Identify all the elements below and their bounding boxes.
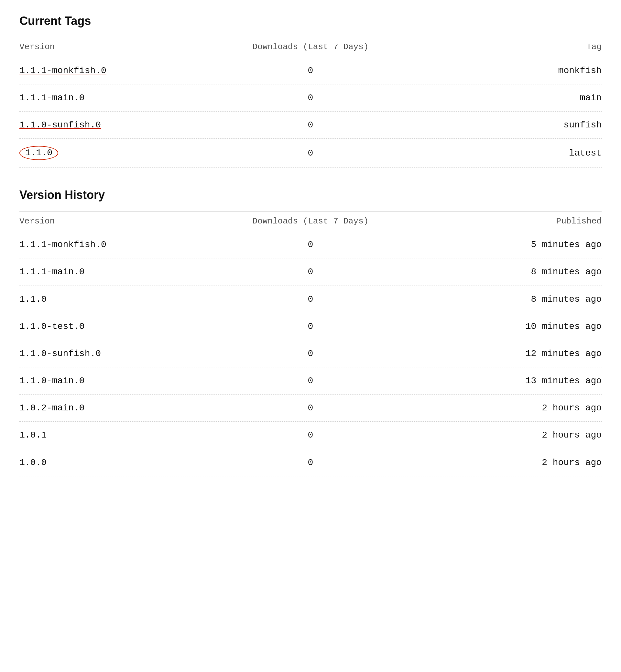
version-cell[interactable]: 1.1.1-monkfish.0 (19, 65, 213, 77)
current-tags-section: Current Tags Version Downloads (Last 7 D… (19, 13, 602, 168)
published-cell: 13 minutes ago (408, 375, 602, 387)
version-cell[interactable]: 1.1.0-main.0 (19, 375, 213, 387)
published-cell: 8 minutes ago (408, 293, 602, 306)
version-cell[interactable]: 1.1.1-monkfish.0 (19, 238, 213, 251)
table-row: 1.1.0-main.0 0 13 minutes ago (19, 367, 602, 394)
published-cell: 2 hours ago (408, 402, 602, 414)
table-row: 1.0.1 0 2 hours ago (19, 422, 602, 449)
version-cell[interactable]: 1.1.0-test.0 (19, 320, 213, 333)
table-row: 1.1.0-sunfish.0 0 sunfish (19, 112, 602, 139)
version-history-table: Version Downloads (Last 7 Days) Publishe… (19, 211, 602, 476)
tag-cell: sunfish (408, 119, 602, 131)
version-cell[interactable]: 1.0.2-main.0 (19, 402, 213, 414)
table-row: 1.1.1-main.0 0 main (19, 84, 602, 112)
version-link[interactable]: 1.1.0-sunfish.0 (19, 120, 101, 130)
tag-cell: latest (408, 147, 602, 159)
downloads-cell: 0 (213, 320, 408, 333)
tag-cell: monkfish (408, 65, 602, 77)
version-cell[interactable]: 1.1.1-main.0 (19, 265, 213, 278)
downloads-cell: 0 (213, 147, 408, 159)
current-tags-title: Current Tags (19, 13, 602, 29)
published-cell: 2 hours ago (408, 456, 602, 469)
version-cell[interactable]: 1.0.0 (19, 456, 213, 469)
table-row: 1.1.0 0 8 minutes ago (19, 286, 602, 313)
downloads-cell: 0 (213, 429, 408, 442)
published-cell: 8 minutes ago (408, 265, 602, 278)
version-cell[interactable]: 1.0.1 (19, 429, 213, 442)
version-cell[interactable]: 1.1.0-sunfish.0 (19, 119, 213, 131)
version-circled[interactable]: 1.1.0 (19, 146, 58, 160)
downloads-cell: 0 (213, 375, 408, 387)
table-row: 1.1.1-monkfish.0 0 5 minutes ago (19, 231, 602, 258)
header-tag-label: Tag (408, 41, 602, 53)
header-published-label: Published (408, 215, 602, 227)
published-cell: 5 minutes ago (408, 238, 602, 251)
downloads-cell: 0 (213, 65, 408, 77)
version-cell[interactable]: 1.1.0-sunfish.0 (19, 347, 213, 360)
published-cell: 12 minutes ago (408, 347, 602, 360)
published-cell: 2 hours ago (408, 429, 602, 442)
downloads-cell: 0 (213, 119, 408, 131)
current-tags-table: Version Downloads (Last 7 Days) Tag 1.1.… (19, 37, 602, 168)
table-row: 1.1.0 0 latest (19, 139, 602, 168)
version-link[interactable]: 1.1.1-monkfish.0 (19, 66, 107, 76)
table-row: 1.0.0 0 2 hours ago (19, 449, 602, 476)
tag-cell: main (408, 91, 602, 104)
version-cell[interactable]: 1.1.0 (19, 146, 213, 160)
version-history-section: Version History Version Downloads (Last … (19, 187, 602, 476)
version-cell[interactable]: 1.1.0 (19, 293, 213, 306)
downloads-cell: 0 (213, 238, 408, 251)
header-downloads-label: Downloads (Last 7 Days) (213, 41, 408, 53)
downloads-cell: 0 (213, 347, 408, 360)
published-cell: 10 minutes ago (408, 320, 602, 333)
version-history-title: Version History (19, 187, 602, 203)
downloads-cell: 0 (213, 91, 408, 104)
table-row: 1.1.0-test.0 0 10 minutes ago (19, 313, 602, 340)
header-version-label: Version (19, 215, 213, 227)
version-cell[interactable]: 1.1.1-main.0 (19, 91, 213, 104)
downloads-cell: 0 (213, 456, 408, 469)
table-row: 1.1.1-monkfish.0 0 monkfish (19, 57, 602, 84)
downloads-cell: 0 (213, 265, 408, 278)
downloads-cell: 0 (213, 402, 408, 414)
downloads-cell: 0 (213, 293, 408, 306)
header-version-label: Version (19, 41, 213, 53)
version-history-header: Version Downloads (Last 7 Days) Publishe… (19, 211, 602, 231)
table-row: 1.1.0-sunfish.0 0 12 minutes ago (19, 340, 602, 367)
current-tags-header: Version Downloads (Last 7 Days) Tag (19, 37, 602, 57)
header-downloads-label: Downloads (Last 7 Days) (213, 215, 408, 227)
table-row: 1.0.2-main.0 0 2 hours ago (19, 394, 602, 422)
table-row: 1.1.1-main.0 0 8 minutes ago (19, 258, 602, 286)
